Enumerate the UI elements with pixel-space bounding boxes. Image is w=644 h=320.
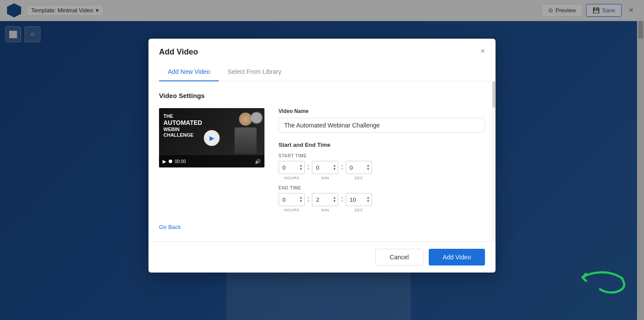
video-clock [250,112,263,124]
modal-close-icon: × [480,47,485,55]
video-name-input[interactable] [279,118,485,133]
end-sec-arrows[interactable]: ▲ ▼ [366,196,370,203]
start-end-time-label: Start and End Time [279,142,485,148]
modal-tabs: Add New Video Select From Library [159,64,290,81]
min-label-start: MIN [321,176,329,180]
start-min-down[interactable]: ▼ [333,167,336,171]
end-min-group: 2 ▲ ▼ MIN [312,193,338,212]
video-settings-row: THE AUTOMATED WEBIN CHALLENGE ▶ [159,108,485,215]
video-text-overlay: THE AUTOMATED WEBIN CHALLENGE [163,113,202,138]
video-body [235,127,257,154]
start-hours-down[interactable]: ▼ [299,167,303,171]
sec-label-start: SEC [355,176,363,180]
video-line3: WEBIN [163,127,202,132]
video-play-button[interactable]: ▶ [204,130,220,146]
video-name-label: Video Name [279,108,485,114]
end-hours-down[interactable]: ▼ [299,200,303,203]
start-hours-value: 0 [282,164,286,171]
end-sec-spinner[interactable]: 10 ▲ ▼ [346,193,372,206]
end-hours-value: 0 [282,196,286,203]
colon1: : [307,163,310,171]
modal-title: Add Video [159,47,290,57]
video-line2: AUTOMATED [163,119,202,127]
colon3: : [307,195,310,203]
modal-scroll-thumb[interactable] [492,81,495,108]
section-title: Video Settings [159,92,485,99]
video-thumbnail[interactable]: THE AUTOMATED WEBIN CHALLENGE ▶ [159,108,264,167]
time-display: 00:00 [175,159,186,164]
start-sec-group: 0 ▲ ▼ SEC [346,161,372,180]
start-hours-spinner[interactable]: 0 ▲ ▼ [279,161,305,174]
start-min-group: 0 ▲ ▼ MIN [312,161,338,180]
start-min-value: 0 [316,164,319,171]
start-time-inputs: 0 ▲ ▼ HOURS : 0 ▲ [279,161,485,180]
end-time-label: END TIME [279,185,485,190]
volume-icon[interactable]: 🔊 [255,159,261,164]
start-min-spinner[interactable]: 0 ▲ ▼ [312,161,338,174]
start-sec-spinner[interactable]: 0 ▲ ▼ [346,161,372,174]
video-line4: CHALLENGE [163,132,202,138]
end-hours-spinner[interactable]: 0 ▲ ▼ [279,193,305,206]
start-sec-value: 0 [350,164,353,171]
end-sec-value: 10 [350,196,356,203]
modal-body: Video Settings THE AUTOMATED WEBIN CHALL… [148,81,496,241]
cancel-button[interactable]: Cancel [375,249,423,265]
end-min-down[interactable]: ▼ [333,200,336,203]
modal-header: Add Video Add New Video Select From Libr… [148,39,496,81]
modal-scrollbar[interactable] [492,81,496,241]
colon4: : [340,195,344,203]
video-thumbnail-container: THE AUTOMATED WEBIN CHALLENGE ▶ [159,108,264,167]
min-label-end: MIN [321,208,329,212]
start-min-arrows[interactable]: ▲ ▼ [333,164,336,171]
start-sec-arrows[interactable]: ▲ ▼ [366,164,370,171]
modal-footer: Cancel Add Video [148,241,496,273]
start-hours-arrows[interactable]: ▲ ▼ [299,164,303,171]
modal-header-left: Add Video Add New Video Select From Libr… [159,47,290,81]
play-icon-small[interactable]: ▶ [163,159,166,164]
colon2: : [340,163,344,171]
end-sec-down[interactable]: ▼ [366,200,370,203]
end-min-value: 2 [316,196,319,203]
end-hours-group: 0 ▲ ▼ HOURS [279,193,305,212]
go-back-link[interactable]: Go Back [159,224,181,230]
video-settings-right: Video Name Start and End Time START TIME… [279,108,485,215]
hours-label: HOURS [284,176,299,180]
add-video-button[interactable]: Add Video [429,249,485,265]
start-time-label: START TIME [279,153,485,158]
end-sec-group: 10 ▲ ▼ SEC [346,193,372,212]
modal-close-button[interactable]: × [480,47,485,56]
start-hours-group: 0 ▲ ▼ HOURS [279,161,305,180]
end-time-inputs: 0 ▲ ▼ HOURS : 2 ▲ [279,193,485,212]
end-min-arrows[interactable]: ▲ ▼ [333,196,336,203]
sec-label-end: SEC [355,208,363,212]
end-hours-arrows[interactable]: ▲ ▼ [299,196,303,203]
progress-dot [169,160,172,163]
start-sec-down[interactable]: ▼ [366,167,370,171]
add-video-modal: Add Video Add New Video Select From Libr… [148,39,496,273]
hours-label-end: HOURS [284,208,299,212]
tab-add-new-video[interactable]: Add New Video [159,64,219,81]
end-min-spinner[interactable]: 2 ▲ ▼ [312,193,338,206]
video-controls: ▶ 00:00 🔊 [159,155,264,167]
tab-select-from-library[interactable]: Select From Library [219,64,290,81]
video-line1: THE [163,113,202,119]
